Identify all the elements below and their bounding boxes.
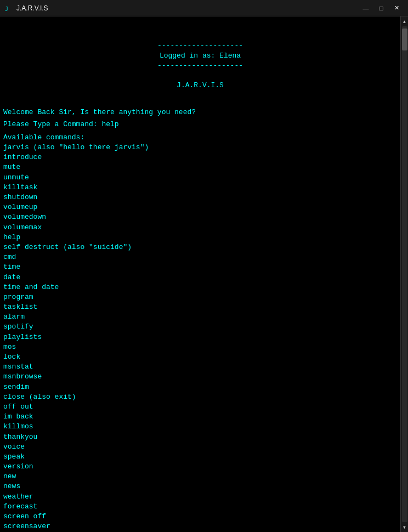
command-item: speak <box>3 452 397 462</box>
command-item: jarvis (also "hello there jarvis") <box>3 143 397 152</box>
command-item: help <box>3 233 397 242</box>
command-item: unmute <box>3 173 397 183</box>
command-item: thankyou <box>3 432 397 442</box>
window-title: J.A.R.V.I.S <box>16 4 48 12</box>
command-prompt: Please Type a Command: help <box>3 120 397 129</box>
command-item: spotify <box>3 322 397 332</box>
logged-in-text: Logged in as: Elena <box>3 51 397 61</box>
command-item: playlists <box>3 332 397 342</box>
command-item: mute <box>3 162 397 172</box>
command-item: alarm <box>3 312 397 322</box>
available-commands-label: Available commands: <box>3 133 397 143</box>
header-separator-bottom: -------------------- <box>3 61 397 71</box>
main-window: J J.A.R.V.I.S — □ ✕ --------------------… <box>0 0 408 532</box>
command-item: screen off <box>3 512 397 522</box>
header-separator-top: -------------------- <box>3 41 397 50</box>
command-item: mos <box>3 342 397 352</box>
title-bar: J J.A.R.V.I.S — □ ✕ <box>0 0 408 16</box>
scrollbar[interactable]: ▲ ▼ <box>400 16 408 532</box>
scroll-down-arrow[interactable]: ▼ <box>401 523 409 531</box>
close-button[interactable]: ✕ <box>389 3 404 14</box>
command-item: close (also exit) <box>3 392 397 402</box>
command-item: forecast <box>3 502 397 512</box>
command-item: off out <box>3 402 397 412</box>
title-bar-left: J J.A.R.V.I.S <box>4 4 48 13</box>
command-item: msnbrowse <box>3 372 397 382</box>
title-bar-controls: — □ ✕ <box>359 3 404 14</box>
content-area: --------------------Logged in as: Elena-… <box>0 16 408 532</box>
command-item: volumemax <box>3 223 397 233</box>
command-item: program <box>3 292 397 302</box>
command-item: killmos <box>3 422 397 432</box>
command-item: time <box>3 262 397 272</box>
command-item: date <box>3 273 397 282</box>
command-item: cmd <box>3 252 397 262</box>
command-item: lock <box>3 352 397 362</box>
command-item: weather <box>3 492 397 502</box>
minimize-button[interactable]: — <box>359 3 373 14</box>
scroll-up-arrow[interactable]: ▲ <box>401 18 409 25</box>
svg-text:J: J <box>5 6 8 12</box>
command-item: volumedown <box>3 212 397 222</box>
app-title: J.A.R.V.I.S <box>3 81 397 90</box>
scrollbar-thumb[interactable] <box>402 29 407 50</box>
command-item: msnstat <box>3 362 397 372</box>
command-item: voice <box>3 442 397 452</box>
command-item: tasklist <box>3 302 397 312</box>
command-item: sendim <box>3 382 397 392</box>
command-item: volumeup <box>3 202 397 212</box>
command-item: introduce <box>3 152 397 162</box>
maximize-button[interactable]: □ <box>374 3 388 14</box>
command-item: version <box>3 462 397 472</box>
welcome-message: Welcome Back Sir, Is there anything you … <box>3 107 397 117</box>
command-item: screensaver <box>3 522 397 531</box>
scrollbar-track <box>402 26 407 522</box>
command-item: killtask <box>3 183 397 193</box>
command-item: im back <box>3 412 397 422</box>
command-item: time and date <box>3 282 397 292</box>
command-item: shutdown <box>3 193 397 202</box>
command-item: news <box>3 482 397 491</box>
app-icon: J <box>4 4 13 13</box>
command-item: self destruct (also "suicide") <box>3 242 397 252</box>
terminal-output[interactable]: --------------------Logged in as: Elena-… <box>0 16 400 532</box>
command-item: new <box>3 472 397 482</box>
